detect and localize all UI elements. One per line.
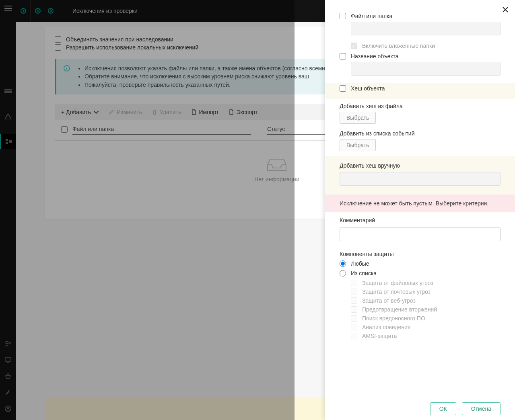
add-button[interactable]: + Добавить (61, 109, 99, 115)
empty-text: Нет информации (254, 176, 299, 182)
hash-manual-input[interactable] (340, 172, 501, 186)
allow-local-label: Разрешить использование локальных исключ… (66, 44, 198, 51)
svg-point-11 (35, 8, 40, 13)
close-icon[interactable] (501, 6, 509, 14)
merge-on-inherit-checkbox[interactable] (55, 36, 61, 43)
sidebar-basket-icon[interactable] (5, 373, 11, 379)
file-or-folder-label: Файл или папка (351, 13, 392, 19)
radio-any-label: Любые (351, 260, 369, 267)
col-file[interactable]: Файл или папка (72, 126, 251, 135)
svg-point-12 (48, 8, 53, 13)
choose-file-button: Выбрать (340, 112, 376, 124)
svg-rect-3 (6, 142, 8, 144)
sidebar-users-icon[interactable] (5, 340, 11, 347)
allow-local-checkbox[interactable] (55, 44, 61, 51)
comp-checkbox (351, 289, 357, 295)
svg-rect-1 (4, 91, 12, 93)
include-subfolders-checkbox (351, 43, 357, 49)
chevron-back-3[interactable] (43, 0, 58, 22)
nav-sidebar (0, 0, 16, 420)
object-hash-label: Хеш объекта (351, 85, 385, 92)
comment-label: Комментарий (340, 217, 501, 223)
svg-point-10 (21, 8, 26, 13)
comp-checkbox (351, 333, 357, 339)
sidebar-item-1[interactable] (0, 84, 16, 99)
add-hash-manual-label: Добавить хеш вручную (340, 162, 501, 169)
side-panel: Файл или папка Включить вложенные папки … (325, 0, 515, 420)
comp-label: Анализ поведения (362, 324, 410, 330)
select-all-checkbox[interactable] (61, 126, 68, 133)
sidebar-wrench-icon[interactable] (5, 389, 11, 395)
chevron-back-2[interactable] (31, 0, 45, 22)
svg-point-6 (9, 342, 10, 344)
sidebar-item-2[interactable] (0, 109, 16, 124)
radio-from-list[interactable] (340, 270, 346, 277)
hamburger-icon[interactable] (4, 6, 12, 11)
comp-checkbox (351, 297, 357, 304)
radio-from-list-label: Из списка (351, 270, 377, 277)
sidebar-item-3[interactable] (0, 134, 16, 149)
chevron-back-1[interactable] (16, 0, 31, 22)
add-hash-from-file-label: Добавить хеш из файла (340, 103, 501, 109)
comp-label: Защита от веб-угроз (362, 297, 416, 304)
comp-label: Поиск вредоносного ПО (362, 315, 425, 322)
comp-checkbox (351, 306, 357, 313)
object-name-checkbox[interactable] (340, 53, 346, 59)
cancel-button[interactable]: Отмена (462, 402, 501, 415)
svg-point-9 (7, 407, 9, 409)
comp-checkbox (351, 280, 357, 286)
comp-checkbox (351, 315, 357, 322)
components-label: Компоненты защиты (340, 251, 501, 257)
info-icon (64, 65, 70, 89)
svg-rect-7 (5, 358, 11, 361)
inbox-icon (266, 157, 288, 171)
radio-any[interactable] (340, 260, 346, 267)
page-title: Исключения из проверки (72, 8, 138, 14)
svg-point-5 (6, 341, 8, 344)
file-or-folder-checkbox[interactable] (340, 13, 346, 19)
merge-on-inherit-label: Объединять значения при наследовании (66, 36, 173, 43)
delete-button: Удалить (152, 109, 181, 115)
export-button[interactable]: Экспорт (229, 109, 258, 115)
comp-label: AMSI-защита (362, 333, 397, 339)
error-message: Исключение не может быть пустым. Выберит… (325, 195, 515, 212)
ok-button[interactable]: ОК (430, 402, 456, 415)
include-subfolders-label: Включить вложенные папки (362, 43, 435, 49)
object-hash-checkbox[interactable] (340, 85, 346, 92)
choose-event-button: Выбрать (340, 139, 376, 151)
svg-rect-15 (66, 68, 67, 70)
add-from-events-label: Добавить из списка событий (340, 130, 501, 137)
comp-label: Защита от файловых угроз (362, 280, 433, 286)
svg-rect-4 (9, 140, 12, 143)
svg-rect-2 (6, 139, 8, 141)
comp-label: Защита от почтовых угроз (362, 289, 431, 295)
sidebar-monitor-icon[interactable] (5, 357, 11, 363)
object-name-input[interactable] (351, 62, 501, 76)
panel-footer: ОК Отмена (325, 397, 515, 420)
object-name-label: Название объекта (351, 53, 399, 59)
svg-point-14 (66, 67, 67, 68)
file-or-folder-input[interactable] (351, 22, 501, 35)
import-button[interactable]: Импорт (191, 109, 219, 115)
components-list: Защита от файловых угроз Защита от почто… (351, 280, 501, 339)
edit-button: Изменить (109, 109, 142, 115)
svg-rect-0 (4, 89, 12, 90)
comp-checkbox (351, 324, 357, 330)
sidebar-account-icon[interactable] (5, 406, 11, 412)
comp-label: Предотвращение вторжений (362, 306, 437, 313)
comment-input[interactable] (340, 227, 501, 241)
